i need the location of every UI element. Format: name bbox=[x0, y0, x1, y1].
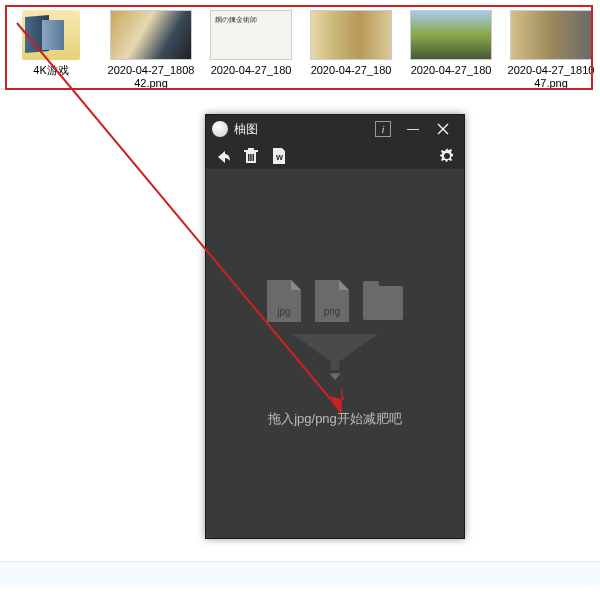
close-button[interactable] bbox=[428, 117, 458, 141]
trash-icon bbox=[244, 148, 258, 164]
file-item[interactable]: 2020-04-27_180 bbox=[408, 10, 494, 90]
file-label: 2020-04-27_180 bbox=[406, 64, 496, 77]
app-icon bbox=[212, 121, 228, 137]
file-item[interactable]: 2020-04-27_181047.png bbox=[508, 10, 594, 90]
file-item[interactable]: 2020-04-27_180 bbox=[308, 10, 394, 90]
info-icon: i bbox=[375, 121, 391, 137]
svg-rect-4 bbox=[248, 148, 254, 150]
svg-rect-7 bbox=[253, 154, 255, 161]
status-bar bbox=[0, 561, 600, 585]
document-button[interactable]: w bbox=[270, 147, 288, 165]
svg-rect-5 bbox=[248, 154, 250, 161]
window-title: 柚图 bbox=[234, 121, 258, 138]
file-item[interactable]: 2020-04-27_180 bbox=[208, 10, 294, 90]
image-thumbnail bbox=[310, 10, 392, 60]
folder-drop-icon[interactable] bbox=[363, 286, 403, 320]
jpg-icon[interactable]: jpg bbox=[267, 280, 301, 322]
titlebar[interactable]: 柚图 i — bbox=[206, 115, 464, 143]
file-item[interactable]: 2020-04-27_180842.png bbox=[108, 10, 194, 90]
funnel-icon bbox=[280, 330, 390, 380]
svg-rect-3 bbox=[244, 150, 258, 152]
settings-button[interactable] bbox=[438, 147, 456, 165]
png-icon[interactable]: png bbox=[315, 280, 349, 322]
toolbar: w bbox=[206, 143, 464, 169]
minimize-button[interactable]: — bbox=[398, 117, 428, 141]
svg-point-9 bbox=[445, 154, 449, 158]
file-label: 2020-04-27_180 bbox=[206, 64, 296, 77]
folder-icon bbox=[22, 10, 80, 60]
document-icon: w bbox=[272, 148, 286, 164]
file-label: 2020-04-27_181047.png bbox=[506, 64, 596, 90]
file-label: 2020-04-27_180 bbox=[306, 64, 396, 77]
back-button[interactable] bbox=[214, 147, 232, 165]
image-thumbnail bbox=[410, 10, 492, 60]
minimize-icon: — bbox=[407, 122, 419, 136]
image-thumbnail bbox=[110, 10, 192, 60]
file-grid: 4K游戏 2020-04-27_180842.png 2020-04-27_18… bbox=[0, 0, 600, 100]
file-item[interactable]: 4K游戏 bbox=[8, 10, 94, 90]
close-icon bbox=[437, 123, 449, 135]
image-thumbnail bbox=[510, 10, 592, 60]
info-button[interactable]: i bbox=[368, 117, 398, 141]
svg-rect-6 bbox=[250, 154, 252, 161]
file-label: 4K游戏 bbox=[6, 64, 96, 77]
drop-icons: jpg png bbox=[267, 280, 403, 322]
drop-area[interactable]: jpg png 拖入jpg/png开始减肥吧 bbox=[206, 169, 464, 538]
svg-text:w: w bbox=[275, 152, 284, 162]
app-window: 柚图 i — w jpg png bbox=[205, 114, 465, 539]
gear-icon bbox=[439, 148, 455, 164]
drop-hint-text: 拖入jpg/png开始减肥吧 bbox=[268, 410, 402, 428]
delete-button[interactable] bbox=[242, 147, 260, 165]
file-label: 2020-04-27_180842.png bbox=[106, 64, 196, 90]
image-thumbnail bbox=[210, 10, 292, 60]
back-icon bbox=[215, 148, 231, 164]
